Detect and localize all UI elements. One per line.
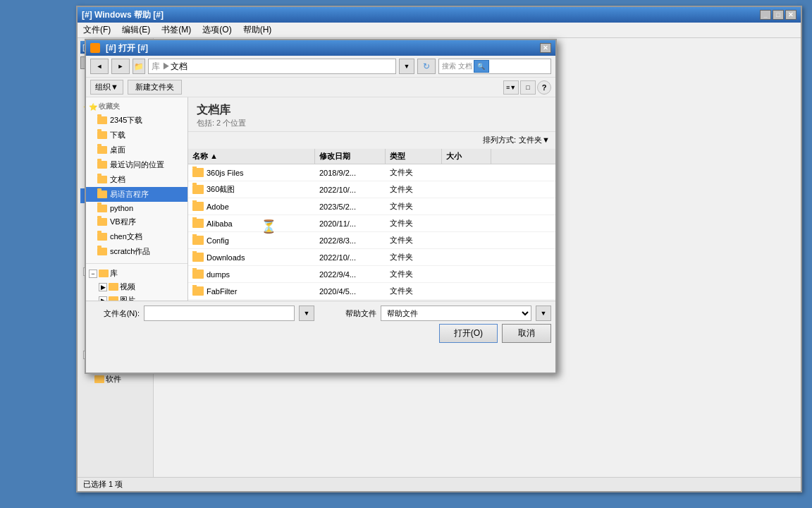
file-date: 2020/4/5...: [315, 286, 386, 297]
folder-icon: [97, 205, 107, 212]
tree-library[interactable]: − 库: [86, 267, 187, 280]
folder-icon: [97, 233, 107, 241]
nav-documents[interactable]: 文档: [86, 172, 187, 187]
library-header: 文档库 包括: 2 个位置: [188, 97, 555, 132]
table-row[interactable]: Fonts 2022/8/3... 文件夹: [188, 300, 555, 301]
sort-dropdown[interactable]: 文件夹▼: [519, 135, 550, 145]
table-row[interactable]: 360截图 2022/10/... 文件夹: [188, 181, 555, 198]
new-folder-button[interactable]: 新建文件夹: [128, 80, 182, 95]
file-type: 文件夹: [386, 284, 442, 298]
organize-button[interactable]: 组织▼: [90, 80, 123, 95]
filetype-dropdown-button[interactable]: ▼: [536, 306, 551, 321]
refresh-button[interactable]: ↻: [417, 59, 436, 74]
tree-images[interactable]: ▶ 图片: [86, 294, 187, 301]
view-pane-button[interactable]: □: [520, 80, 536, 95]
table-row[interactable]: FabFilter 2020/4/5... 文件夹: [188, 283, 555, 300]
folder-icon: [97, 161, 107, 169]
location-icon-btn[interactable]: 📁: [133, 59, 145, 74]
dialog-window-controls: ✕: [540, 43, 551, 53]
help-menu-options[interactable]: 选项(O): [202, 24, 231, 36]
table-row[interactable]: Adobe 2023/5/2... 文件夹: [188, 198, 555, 215]
nav-desktop[interactable]: 桌面: [86, 143, 187, 157]
help-menu-bookmark[interactable]: 书签(M): [161, 24, 191, 36]
cancel-button[interactable]: 取消: [502, 324, 551, 343]
table-row[interactable]: 360js Files 2018/9/2... 文件夹: [188, 164, 555, 181]
favorites-section: ⭐ 收藏夹: [86, 100, 187, 113]
left-nav-panel: ⭐ 收藏夹 2345下载 下载 桌面 最近访问的位置: [86, 97, 188, 301]
refresh-icon: ↻: [423, 61, 430, 71]
help-menu-file[interactable]: 文件(F): [83, 24, 111, 36]
tree-section: − 库 ▶ 视频 ▶ 图片 ▶: [86, 263, 187, 301]
forward-button[interactable]: [111, 59, 130, 74]
folder-icon: [97, 131, 107, 139]
file-name: 360截图: [188, 183, 315, 196]
help-menubar: 文件(F) 编辑(E) 书签(M) 选项(O) 帮助(H): [78, 23, 801, 38]
file-list-header: 名称 ▲ 修改日期 类型 大小: [188, 149, 555, 164]
col-header-date[interactable]: 修改日期: [315, 149, 386, 164]
table-row[interactable]: Downloads 2022/10/... 文件夹: [188, 249, 555, 266]
library-icon: [99, 270, 109, 277]
nav-python[interactable]: python: [86, 202, 187, 214]
nav-2345[interactable]: 2345下载: [86, 113, 187, 128]
view-list-button[interactable]: ≡▼: [503, 80, 519, 95]
tree-expand-images[interactable]: ▶: [99, 296, 107, 301]
col-header-name[interactable]: 名称 ▲: [188, 149, 315, 164]
help-titlebar: [#] Windows 帮助 [#] _ □ ✕: [78, 7, 801, 23]
table-row[interactable]: Alibaba 2020/11/... 文件夹: [188, 215, 555, 232]
location-bar[interactable]: 库 ▶ 文档: [148, 59, 396, 74]
help-menu-help[interactable]: 帮助(H): [243, 24, 272, 36]
file-name: Config: [188, 234, 315, 246]
dialog-bottom: 文件名(N): ▼ 帮助文件 帮助文件 ▼ 打开(O) 取消: [86, 301, 555, 347]
open-button[interactable]: 打开(O): [439, 324, 498, 343]
location-folder-icon: 📁: [134, 62, 144, 71]
file-name: dumps: [188, 268, 315, 280]
table-row[interactable]: dumps 2022/9/4... 文件夹: [188, 266, 555, 283]
tree-video[interactable]: ▶ 视频: [86, 280, 187, 294]
library-subtitle: 包括: 2 个位置: [197, 118, 547, 128]
library-title: 文档库: [197, 103, 547, 118]
search-button[interactable]: 🔍: [474, 60, 489, 73]
nav-recent[interactable]: 最近访问的位置: [86, 157, 187, 172]
tree-expand-library[interactable]: −: [89, 270, 97, 278]
nav-download[interactable]: 下载: [86, 128, 187, 143]
search-box: 搜索 文档 🔍: [438, 59, 551, 74]
dialog-close-button[interactable]: ✕: [540, 43, 551, 53]
nav-chen[interactable]: chen文档: [86, 229, 187, 244]
desktop: [#] Windows 帮助 [#] _ □ ✕ 文件(F) 编辑(E) 书签(…: [0, 0, 812, 508]
file-name: Adobe: [188, 200, 315, 212]
nav-yylang[interactable]: 易语言程序: [86, 187, 187, 202]
col-header-type[interactable]: 类型: [386, 149, 442, 164]
file-size: [442, 290, 491, 293]
file-type: 文件夹: [386, 267, 442, 281]
table-row[interactable]: Config 2022/8/3... 文件夹: [188, 232, 555, 249]
help-menu-edit[interactable]: 编辑(E): [122, 24, 150, 36]
folder-icon: [97, 190, 107, 198]
file-size: [442, 239, 491, 242]
file-type: 文件夹: [386, 217, 442, 230]
help-minimize-button[interactable]: _: [760, 10, 771, 20]
help-maximize-button[interactable]: □: [773, 10, 784, 20]
back-button[interactable]: [90, 59, 109, 74]
filetype-label: 帮助文件: [327, 308, 376, 319]
location-dropdown-button[interactable]: ▼: [399, 59, 414, 74]
help-button[interactable]: ?: [537, 80, 551, 95]
tree-expand-video[interactable]: ▶: [99, 283, 107, 291]
filename-dropdown-button[interactable]: ▼: [299, 306, 314, 321]
sort-bar: 排列方式: 文件夹▼: [188, 132, 555, 149]
help-tree-software[interactable]: 软件: [80, 373, 150, 386]
file-name: 360js Files: [188, 167, 315, 179]
nav-scratch[interactable]: scratch作品: [86, 244, 187, 259]
folder-icon: [97, 218, 107, 226]
filetype-select[interactable]: 帮助文件: [381, 306, 531, 321]
file-date: 2022/9/4...: [315, 269, 386, 280]
file-list-area[interactable]: 360js Files 2018/9/2... 文件夹 360截图 2022/1…: [188, 164, 555, 301]
filename-row: 文件名(N): ▼ 帮助文件 帮助文件 ▼: [90, 306, 551, 321]
help-close-button[interactable]: ✕: [785, 10, 796, 20]
organize-label: 组织▼: [95, 82, 118, 92]
sort-value: 文件夹▼: [519, 135, 550, 145]
filename-input[interactable]: [144, 306, 295, 321]
file-size: [442, 222, 491, 225]
nav-vb[interactable]: VB程序: [86, 214, 187, 229]
col-header-size[interactable]: 大小: [442, 149, 491, 164]
help-status-bar: 已选择 1 项: [78, 477, 801, 491]
